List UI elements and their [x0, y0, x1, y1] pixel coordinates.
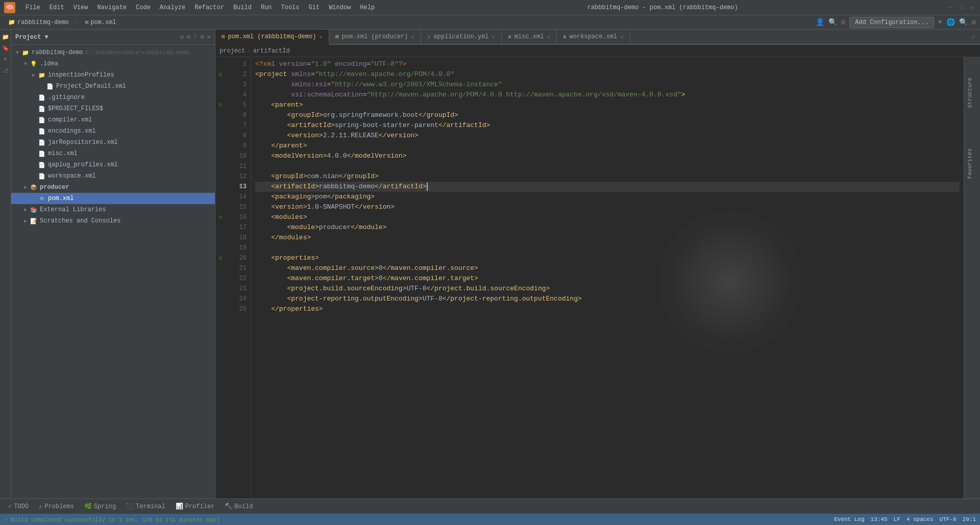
gear-icon[interactable]: ⚙ — [201, 33, 204, 41]
minimize-button[interactable]: — — [946, 4, 953, 11]
tab-close-pom-producer[interactable]: ✕ — [411, 34, 414, 40]
maximize-button[interactable]: □ — [958, 4, 965, 11]
code-line-14: <packaging>pom</packaging> — [255, 192, 960, 202]
tab-todo[interactable]: ✓ TODO — [4, 501, 33, 512]
menu-refactor[interactable]: Refactor — [190, 3, 228, 13]
tree-item-project-files[interactable]: 📄 $PROJECT_FILES$ — [11, 103, 215, 114]
menu-code[interactable]: Code — [132, 3, 155, 13]
menu-git[interactable]: Git — [305, 3, 324, 13]
tree-header: Project ▼ ◎ ⊟ ↕ ⚙ ✕ — [11, 30, 215, 45]
tab-problems[interactable]: ⚠ Problems — [35, 501, 78, 512]
tab-terminal[interactable]: ⬛ Terminal — [122, 501, 169, 512]
tab-build[interactable]: 🔨 Build — [220, 501, 257, 512]
gutter-area: ⊡ ⊡ ⊡ ⊡ — [215, 57, 226, 498]
tab-close-pom-demo[interactable]: ✕ — [319, 34, 323, 40]
breadcrumb-project[interactable]: project — [219, 47, 245, 55]
tab-close-workspace[interactable]: ✕ — [620, 34, 624, 40]
code-line-25: </properties> — [255, 304, 960, 314]
fold-marker-20[interactable]: ⊡ — [215, 253, 226, 263]
menu-edit[interactable]: Edit — [45, 3, 68, 13]
tree-item-inspection[interactable]: ▶ 📁 inspectionProfiles — [11, 69, 215, 81]
problems-icon: ⚠ — [39, 503, 42, 510]
tree-item-jar-repos[interactable]: 📄 jarRepositories.xml — [11, 137, 215, 148]
menu-view[interactable]: View — [69, 3, 92, 13]
encoding[interactable]: UTF-8 — [940, 516, 957, 522]
menu-file[interactable]: File — [21, 3, 44, 13]
add-config-button[interactable]: Add Configuration... — [849, 17, 934, 28]
translate-icon[interactable]: 🌐 — [946, 18, 955, 27]
tree-label-gitignore: .gitignore — [48, 94, 85, 101]
tree-item-project-default[interactable]: 📄 Project_Default.xml — [11, 81, 215, 92]
fold-marker-2[interactable]: ⊡ — [215, 69, 226, 80]
code-line-2: <project xmlns="http://maven.apache.org/… — [255, 69, 960, 80]
search-icon[interactable]: 🔍 — [828, 18, 837, 27]
fold-marker-5[interactable]: ⊡ — [215, 100, 226, 110]
indent-size[interactable]: 4 spaces — [906, 516, 934, 522]
tree-item-workspace[interactable]: 📄 workspace.xml — [11, 170, 215, 182]
editor-area: m pom.xml (rabbbitmq-demo) ✕ m pom.xml (… — [215, 30, 980, 498]
tree-item-ext-libs[interactable]: ▶ 📚 External Libraries — [11, 204, 215, 215]
no-chevron — [30, 116, 38, 124]
tree-item-compiler[interactable]: 📄 compiler.xml — [11, 114, 215, 126]
tree-item-idea[interactable]: ▼ 💡 .idea — [11, 58, 215, 69]
sort-icon[interactable]: ↕ — [193, 33, 197, 41]
structure-icon[interactable]: ≡ — [1, 54, 11, 64]
breadcrumb-artifactid[interactable]: artifactId — [253, 47, 290, 55]
fold-marker-16[interactable]: ⊡ — [215, 212, 226, 222]
code-content[interactable]: <?xml version="1.0" encoding="UTF-8"?> <… — [251, 57, 964, 498]
status-bar: ✓ Build completed successfully in 1 sec,… — [0, 514, 980, 525]
search2-icon[interactable]: 🔍 — [959, 18, 968, 27]
git-icon: 📄 — [38, 93, 46, 102]
tab-pom-producer[interactable]: m pom.xml (producer) ✕ — [329, 30, 421, 44]
main-area: 📁 🔖 ≡ ⎇ Project ▼ ◎ ⊟ ↕ ⚙ ✕ ▼ 📁 rabbbitm… — [0, 30, 980, 498]
tab-close-application[interactable]: ✕ — [492, 34, 496, 40]
tree-label-producer: producer — [40, 184, 69, 191]
menu-navigate[interactable]: Navigate — [93, 3, 131, 13]
tab-pom-demo[interactable]: m pom.xml (rabbbitmq-demo) ✕ — [215, 30, 329, 45]
tab-spring[interactable]: 🌿 Spring — [80, 501, 120, 512]
menu-run[interactable]: Run — [257, 3, 276, 13]
settings-icon[interactable]: ⚙ — [841, 18, 845, 27]
run-config-dropdown[interactable]: ▼ — [938, 19, 942, 26]
close-button[interactable]: ✕ — [969, 4, 976, 11]
event-log[interactable]: Event Log — [834, 516, 864, 522]
tab-misc[interactable]: x misc.xml ✕ — [502, 30, 557, 44]
tab-workspace[interactable]: x workspace.xml ✕ — [557, 30, 630, 44]
menu-window[interactable]: Window — [325, 3, 355, 13]
tree-item-qaplug[interactable]: 📄 qaplug_profiles.xml — [11, 159, 215, 170]
build-status: ✓ Build completed successfully in 1 sec,… — [4, 516, 220, 523]
line-ending[interactable]: LF — [894, 516, 900, 522]
title-bar-left: 🧠 File Edit View Navigate Code Analyze R… — [4, 2, 379, 13]
tree-item-misc[interactable]: 📄 misc.xml — [11, 148, 215, 159]
menu-tools[interactable]: Tools — [277, 3, 304, 13]
locate-icon[interactable]: ◎ — [180, 33, 184, 41]
editor-scrollbar[interactable] — [975, 57, 980, 498]
collapse-icon[interactable]: ⊟ — [187, 33, 190, 41]
no-chevron — [30, 161, 38, 169]
tree-item-scratches[interactable]: ▶ 📝 Scratches and Consoles — [11, 215, 215, 227]
project-icon[interactable]: 📁 — [1, 32, 11, 42]
app-logo[interactable]: 🧠 — [4, 2, 15, 13]
bookmark-icon[interactable]: 🔖 — [1, 43, 11, 53]
menu-help[interactable]: Help — [356, 3, 379, 13]
tab-application[interactable]: y application.yml ✕ — [421, 30, 502, 44]
tab-profiler[interactable]: 📊 Profiler — [172, 501, 219, 512]
tree-item-producer[interactable]: ▶ 📦 producer — [11, 182, 215, 193]
favorites-label[interactable]: Favorites — [967, 148, 973, 179]
vcs-icon[interactable]: ⎇ — [1, 65, 11, 76]
project-breadcrumb-demo[interactable]: 📁 rabbbitmq-demo — [4, 17, 73, 28]
menu-analyze[interactable]: Analyze — [156, 3, 189, 13]
tree-item-encodings[interactable]: 📄 encodings.xml — [11, 126, 215, 137]
structure-label[interactable]: Structure — [967, 78, 973, 108]
tree-item-gitignore[interactable]: 📄 .gitignore — [11, 92, 215, 103]
profile-icon[interactable]: 👤 — [816, 18, 824, 27]
tree-item-root[interactable]: ▼ 📁 rabbbitmq-demo D:\IDEAWorkspace\rabb… — [11, 47, 215, 58]
settings2-icon[interactable]: ⚙ — [972, 18, 976, 27]
menu-build[interactable]: Build — [229, 3, 256, 13]
position-indicator: 13:45 — [871, 516, 888, 522]
tab-close-misc[interactable]: ✕ — [547, 34, 550, 40]
close-tree-icon[interactable]: ✕ — [207, 33, 211, 41]
tree-label-qaplug: qaplug_profiles.xml — [48, 161, 118, 168]
tree-item-pom-selected[interactable]: m pom.xml — [11, 193, 215, 204]
project-breadcrumb-pom[interactable]: m pom.xml — [81, 17, 120, 28]
